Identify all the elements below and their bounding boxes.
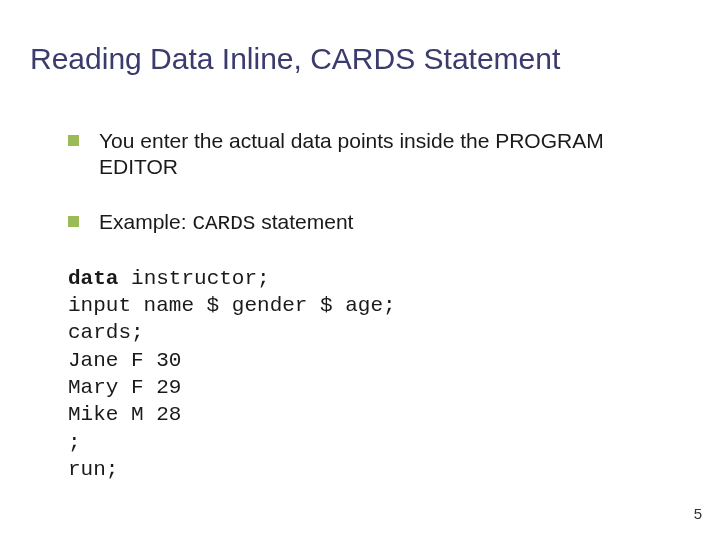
code-line: Mary F 29: [68, 376, 181, 399]
bullet-prefix: Example:: [99, 210, 192, 233]
bullet-suffix: statement: [255, 210, 353, 233]
code-line: Mike M 28: [68, 403, 181, 426]
bullet-code-word: CARDS: [192, 212, 255, 235]
slide-body: You enter the actual data points inside …: [68, 128, 680, 483]
bullet-square-icon: [68, 216, 79, 227]
bullet-text: Example: CARDS statement: [99, 209, 680, 237]
code-line: input name $ gender $ age;: [68, 294, 396, 317]
code-line: ;: [68, 431, 81, 454]
bullet-item: Example: CARDS statement: [68, 209, 680, 237]
code-block: data instructor; input name $ gender $ a…: [68, 265, 680, 483]
bullet-item: You enter the actual data points inside …: [68, 128, 680, 181]
bullet-text: You enter the actual data points inside …: [99, 128, 680, 181]
code-line: run;: [68, 458, 118, 481]
slide: Reading Data Inline, CARDS Statement You…: [0, 0, 720, 540]
code-line: Jane F 30: [68, 349, 181, 372]
code-line: cards;: [68, 321, 144, 344]
code-text: instructor;: [118, 267, 269, 290]
page-number: 5: [694, 505, 702, 522]
code-keyword: data: [68, 267, 118, 290]
bullet-square-icon: [68, 135, 79, 146]
slide-title: Reading Data Inline, CARDS Statement: [30, 42, 700, 76]
